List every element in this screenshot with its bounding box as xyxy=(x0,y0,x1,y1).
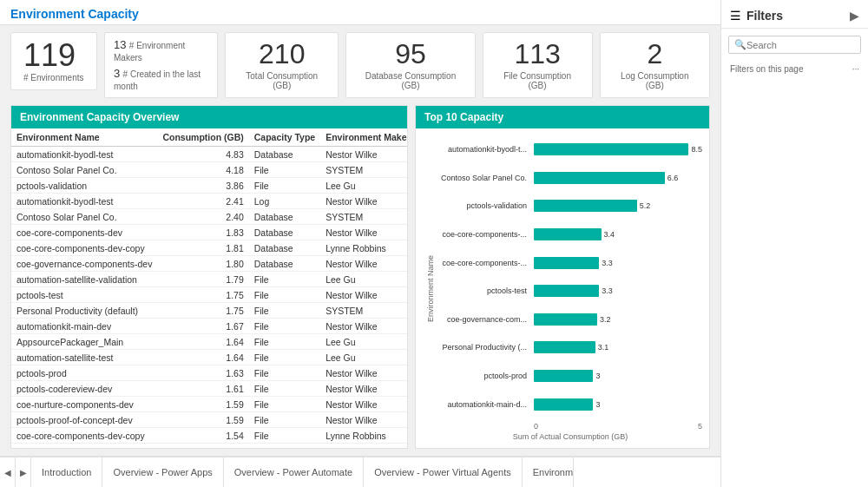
chart-x-axis: 0 5 xyxy=(438,418,702,431)
capacity-table: Environment Name Consumption (GB) Capaci… xyxy=(11,128,407,448)
kpi-total-consumption: 210 Total Consumption (GB) xyxy=(225,32,339,98)
chart-bar-value: 3.3 xyxy=(602,259,613,267)
col-capacity-type: Capacity Type xyxy=(249,128,320,147)
chart-bar-row: 3.3 xyxy=(534,283,702,299)
tab-overview-power-virtual-agents[interactable]: Overview - Power Virtual Agents xyxy=(364,457,523,487)
chart-bar-label: pctools-test xyxy=(438,283,530,299)
chart-bar-value: 3.3 xyxy=(602,286,613,295)
chart-x-axis-title: Sum of Actual Consumption (GB) xyxy=(438,431,702,441)
chart-bar-value: 6.6 xyxy=(667,174,679,182)
filters-expand-btn[interactable]: ▶ xyxy=(850,9,859,23)
chart-panel: Top 10 Capacity Environment Name automat… xyxy=(415,105,710,449)
table-row: Contoso Solar Panel Co.4.18FileSYSTEM🔗 xyxy=(11,162,407,178)
table-panel: Environment Capacity Overview Environmen… xyxy=(10,105,408,449)
filter-search-input[interactable] xyxy=(746,40,855,50)
chart-bar-value: 3 xyxy=(595,400,600,409)
chart-bar xyxy=(534,285,599,297)
table-row: Personal Productivity (default)1.75FileS… xyxy=(11,303,407,319)
tab-nav-right[interactable]: ▶ xyxy=(16,457,31,487)
table-row: automationkit-main-dev1.67FileNestor Wil… xyxy=(11,319,407,334)
table-row: pctools-test1.75FileNestor Wilke🔗 xyxy=(11,287,407,303)
chart-y-axis-title: Environment Name xyxy=(423,135,438,441)
chart-bar xyxy=(534,398,593,411)
kpi-log-number: 2 xyxy=(647,40,662,68)
chart-bar-value: 3.1 xyxy=(598,343,609,352)
chart-bar-value: 5.2 xyxy=(640,201,651,210)
kpi-total-consumption-label: Total Consumption (GB) xyxy=(243,71,320,90)
chart-bar xyxy=(534,313,597,326)
chart-bars-area: 8.56.65.23.43.33.33.23.133 xyxy=(534,135,702,418)
chart-bar-label: automationkit-byodl-t... xyxy=(438,141,530,157)
chart-bar-label: coe-governance-com... xyxy=(438,312,530,327)
kpi-makers-group: 13 # Environment Makers 3 # Created in t… xyxy=(104,32,218,98)
table-header-row: Environment Name Consumption (GB) Capaci… xyxy=(11,128,407,147)
chart-bar xyxy=(534,228,602,240)
kpi-makers-number: 13 xyxy=(114,38,126,51)
table-row: coe-governance-components-dev1.80Databas… xyxy=(11,256,407,272)
tab-overview-power-apps[interactable]: Overview - Power Apps xyxy=(102,457,223,487)
filters-section-more[interactable]: ··· xyxy=(852,64,859,74)
chart-bar-row: 3.1 xyxy=(534,339,702,355)
chart-bar-row: 6.6 xyxy=(534,170,702,186)
kpi-row: 119 # Environments 13 # Environment Make… xyxy=(0,25,720,105)
table-row: Contoso Solar Panel Co.2.40DatabaseSYSTE… xyxy=(11,209,407,225)
kpi-db-number: 95 xyxy=(395,40,426,68)
chart-bar-label: pctools-validation xyxy=(438,198,530,214)
page-title: Environment Capacity xyxy=(10,7,139,21)
search-icon: 🔍 xyxy=(734,39,746,50)
filter-search-box[interactable]: 🔍 xyxy=(728,36,861,54)
kpi-database-consumption: 95 Database Consumption (GB) xyxy=(345,32,475,98)
table-row: coe-febrelease-test1.52DatabaseLee Gu🔗 xyxy=(11,444,407,449)
tab-bar-sidebar-spacer xyxy=(573,456,720,487)
col-env-name: Environment Name xyxy=(11,128,157,147)
table-row: automationkit-byodl-test2.41LogNestor Wi… xyxy=(11,194,407,209)
table-wrapper[interactable]: Environment Name Consumption (GB) Capaci… xyxy=(11,128,407,448)
kpi-log-label: Log Consumption (GB) xyxy=(618,71,692,90)
table-row: automation-satellite-validation1.79FileL… xyxy=(11,272,407,287)
kpi-last-month-number: 3 xyxy=(114,67,120,80)
kpi-environments-number: 119 xyxy=(23,40,84,71)
kpi-total-consumption-number: 210 xyxy=(259,40,305,68)
chart-bars-container: automationkit-byodl-t...Contoso Solar Pa… xyxy=(438,135,702,418)
chart-bar-row: 5.2 xyxy=(534,198,702,214)
chart-bar-row: 3.4 xyxy=(534,227,702,242)
chart-body: Environment Name automationkit-byodl-t..… xyxy=(416,128,709,448)
tab-introduction[interactable]: Introduction xyxy=(31,457,102,487)
chart-bar-label: Personal Productivity (... xyxy=(438,339,530,355)
chart-bar-row: 3.2 xyxy=(534,312,702,327)
chart-bar xyxy=(534,172,665,184)
tab-nav-left[interactable]: ◀ xyxy=(0,457,16,487)
chart-bar-label: automationkit-main-d... xyxy=(438,397,530,412)
chart-bar-label: pctools-prod xyxy=(438,368,530,384)
table-row: pctools-prod1.63FileNestor Wilke🔗 xyxy=(11,365,407,381)
kpi-environments-label: # Environments xyxy=(23,73,84,82)
main-row: Environment Capacity Overview Environmen… xyxy=(0,105,720,456)
kpi-log-consumption: 2 Log Consumption (GB) xyxy=(600,32,710,98)
tab-environments[interactable]: Environments xyxy=(523,457,573,487)
kpi-environments: 119 # Environments xyxy=(10,32,97,90)
tab-overview-power-automate[interactable]: Overview - Power Automate xyxy=(224,457,364,487)
table-row: pctools-proof-of-concept-dev1.59FileNest… xyxy=(11,412,407,428)
filters-sidebar: ☰ Filters ▶ 🔍 Filters on this page ··· xyxy=(720,0,868,487)
filter-icon: ☰ xyxy=(730,9,741,23)
tab-bar: ◀ ▶ IntroductionOverview - Power AppsOve… xyxy=(0,456,573,487)
table-row: coe-nurture-components-dev1.59FileNestor… xyxy=(11,397,407,412)
page-header: Environment Capacity xyxy=(0,0,720,25)
kpi-last-month-label: # Created in the last month xyxy=(114,69,201,91)
table-row: AppsourcePackager_Main1.64FileLee Gu🔗 xyxy=(11,334,407,350)
chart-bar xyxy=(534,370,593,382)
table-row: automationkit-byodl-test4.83DatabaseNest… xyxy=(11,147,407,162)
table-row: coe-core-components-dev-copy1.81Database… xyxy=(11,240,407,256)
filters-header: ☰ Filters ▶ xyxy=(721,0,868,29)
filters-section-label: Filters on this page ··· xyxy=(721,61,868,76)
chart-bar-value: 3 xyxy=(595,372,600,380)
chart-bar-value: 3.2 xyxy=(600,315,611,324)
chart-bar-row: 8.5 xyxy=(534,141,702,157)
chart-panel-header: Top 10 Capacity xyxy=(416,106,709,128)
kpi-db-label: Database Consumption (GB) xyxy=(364,71,457,90)
table-row: coe-core-components-dev1.83DatabaseNesto… xyxy=(11,225,407,240)
col-env-maker: Environment Maker xyxy=(320,128,407,147)
chart-y-labels: automationkit-byodl-t...Contoso Solar Pa… xyxy=(438,135,534,418)
kpi-file-number: 113 xyxy=(514,40,560,68)
table-row: automation-satellite-test1.64FileLee Gu🔗 xyxy=(11,350,407,365)
